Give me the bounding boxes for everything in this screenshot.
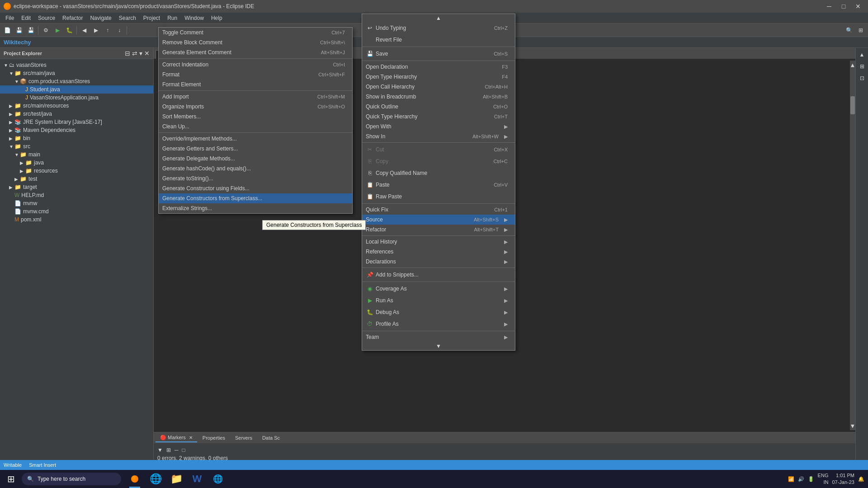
taskbar-eclipse[interactable] [125,470,145,488]
tree-item-target[interactable]: ▶ 📁 target [0,183,153,191]
tab-properties[interactable]: Properties [198,434,230,441]
menu-run[interactable]: Run [164,14,181,22]
ctx-profile-as[interactable]: ⏱ Profile As ▶ [362,318,515,330]
menu-refactor[interactable]: Refactor [59,14,86,22]
scroll-thumb[interactable] [850,96,855,114]
close-panel-button[interactable]: ✕ [144,50,150,57]
ctx-format[interactable]: Format Ctrl+Shift+F [159,70,352,80]
tree-item-student-java[interactable]: J Student.java [0,85,153,94]
ctx-generate-delegate[interactable]: Generate Delegate Methods... [159,154,352,164]
open-perspective-button[interactable]: ⊞ [855,25,866,36]
ctx-paste[interactable]: 📋 Paste Ctrl+V [362,179,515,191]
ctx-add-to-snippets[interactable]: 📌 Add to Snippets... [362,269,515,281]
tree-item-test-folder[interactable]: ▶ 📁 test [0,175,153,183]
save-all-button[interactable]: 💾 [25,25,36,36]
taskbar-search[interactable]: 🔍 Type here to search [22,473,121,485]
maximize-button[interactable]: □ [837,2,850,11]
tree-item-src-main-resources[interactable]: ▶ 📁 src/main/resources [0,102,153,110]
ctx-open-declaration[interactable]: Open Declaration F3 [362,62,515,72]
scroll-down-button[interactable]: ▼ [850,422,855,430]
debug-config-button[interactable]: 🐛 [64,25,75,36]
editor-scrollbar[interactable]: ▲ ▼ [850,61,855,430]
new-button[interactable]: 📄 [2,25,13,36]
menu-edit[interactable]: Edit [18,14,34,22]
ctx-raw-paste[interactable]: 📋 Raw Paste [362,191,515,202]
tree-item-src-test-java[interactable]: ▶ 📁 src/test/java [0,110,153,118]
ctx-quick-outline[interactable]: Quick Outline Ctrl+O [362,102,515,112]
ctx-quick-fix[interactable]: Quick Fix Ctrl+1 [362,205,515,215]
taskbar-network[interactable]: 🌐 [208,470,228,488]
scroll-up-button[interactable]: ▲ [850,61,855,69]
run-button[interactable]: ▶ [52,25,63,36]
ctx-remove-block-comment[interactable]: Remove Block Comment Ctrl+Shift+\ [159,38,352,47]
taskbar-datetime[interactable]: 1:01 PM 07-Jan-23 [832,472,854,486]
ctx-sort-members[interactable]: Sort Members... [159,112,352,122]
prev-annot-button[interactable]: ↑ [102,25,113,36]
ctx-declarations[interactable]: Declarations ▶ [362,257,515,267]
ctx-organize-imports[interactable]: Organize Imports Ctrl+Shift+O [159,102,352,112]
menu-search[interactable]: Search [115,14,140,22]
ctx-format-element[interactable]: Format Element [159,80,352,89]
minimize-button[interactable]: ─ [823,2,835,11]
tree-item-package[interactable]: ▼ 📦 com.product.vasanStores [0,77,153,85]
ctx-scroll-down[interactable]: ▼ [362,342,515,350]
tab-markers[interactable]: 🔴 Markers ✕ [156,434,197,442]
tree-item-vasanstoresapp-java[interactable]: J VasanStoresApplication.java [0,94,153,102]
ctx-override-implement[interactable]: Override/Implement Methods... [159,134,352,144]
ctx-source[interactable]: Source Alt+Shift+S ▶ [362,215,515,225]
ctx-scroll-up[interactable]: ▲ [362,14,515,22]
ctx-generate-tostring[interactable]: Generate toString()... [159,174,352,183]
ctx-open-call-hierarchy[interactable]: Open Call Hierarchy Ctrl+Alt+H [362,82,515,92]
prev-edit-button[interactable]: ◀ [79,25,90,36]
ctx-copy-qualified-name[interactable]: ⎘ Copy Qualified Name [362,167,515,179]
tree-item-java-folder[interactable]: ▶ 📁 java [0,159,153,167]
menu-help[interactable]: Help [208,14,226,22]
ctx-show-in[interactable]: Show In Alt+Shift+W ▶ [362,131,515,141]
ctx-open-type-hierarchy[interactable]: Open Type Hierarchy F4 [362,72,515,82]
minimize-panel-button[interactable]: ─ [175,447,179,453]
next-annot-button[interactable]: ↓ [114,25,125,36]
search-toolbar-button[interactable]: 🔍 [844,25,854,36]
run-config-button[interactable]: ⚙ [40,25,51,36]
ctx-externalize-strings[interactable]: Externalize Strings... [159,203,352,213]
ctx-open-with[interactable]: Open With ▶ [362,122,515,131]
taskbar-chrome[interactable]: 🌐 [146,470,165,488]
ctx-generate-hashcode[interactable]: Generate hashCode() and equals()... [159,164,352,174]
link-with-editor-button[interactable]: ⇄ [132,50,137,57]
menu-file[interactable]: File [2,14,18,22]
ctx-refactor[interactable]: Refactor Alt+Shift+T ▶ [362,225,515,235]
ctx-toggle-comment[interactable]: Toggle Comment Ctrl+7 [159,28,352,38]
tree-item-resources-folder[interactable]: ▶ 📁 resources [0,167,153,175]
notification-icon[interactable]: 🔔 [858,476,864,482]
ctx-revert-file[interactable]: Revert File [362,34,515,46]
right-btn-1[interactable]: ⊞ [857,61,867,71]
taskbar-word[interactable]: W [187,470,207,488]
ctx-save[interactable]: 💾 Save Ctrl+S [362,48,515,60]
ctx-team[interactable]: Team ▶ [362,332,515,342]
tree-item-help-md[interactable]: W HELP.md [0,191,153,199]
taskbar-files[interactable]: 📁 [166,470,186,488]
ctx-references[interactable]: References ▶ [362,247,515,257]
tree-item-pom-xml[interactable]: M pom.xml [0,216,153,224]
ctx-generate-element-comment[interactable]: Generate Element Comment Alt+Shift+J [159,47,352,57]
tree-item-mvnw[interactable]: 📄 mvnw [0,199,153,207]
ctx-undo-typing[interactable]: ↩ Undo Typing Ctrl+Z [362,22,515,34]
ctx-quick-type-hierarchy[interactable]: Quick Type Hierarchy Ctrl+T [362,112,515,122]
tree-item-vasanstores[interactable]: ▼ 🗂 vasanStores [0,61,153,69]
tree-item-maven[interactable]: ▶ 📚 Maven Dependencies [0,126,153,134]
save-toolbar-button[interactable]: 💾 [14,25,24,36]
ctx-generate-getters-setters[interactable]: Generate Getters and Setters... [159,144,352,154]
tab-servers[interactable]: Servers [231,434,257,441]
tab-data-source[interactable]: Data Sc [258,434,284,441]
ctx-generate-constructors-superclass[interactable]: Generate Constructors from Superclass... [159,193,352,203]
ctx-run-as[interactable]: ▶ Run As ▶ [362,295,515,306]
right-up-button[interactable]: ▲ [857,50,867,60]
ctx-add-import[interactable]: Add Import Ctrl+Shift+M [159,92,352,102]
ctx-generate-constructor-fields[interactable]: Generate Constructor using Fields... [159,183,352,193]
tree-item-jre[interactable]: ▶ 📚 JRE System Library [JavaSE-17] [0,118,153,126]
menu-navigate[interactable]: Navigate [86,14,115,22]
tree-item-bin[interactable]: ▶ 📁 bin [0,134,153,142]
menu-project[interactable]: Project [140,14,164,22]
ctx-coverage-as[interactable]: ◉ Coverage As ▶ [362,283,515,295]
tree-item-main[interactable]: ▼ 📁 main [0,150,153,159]
